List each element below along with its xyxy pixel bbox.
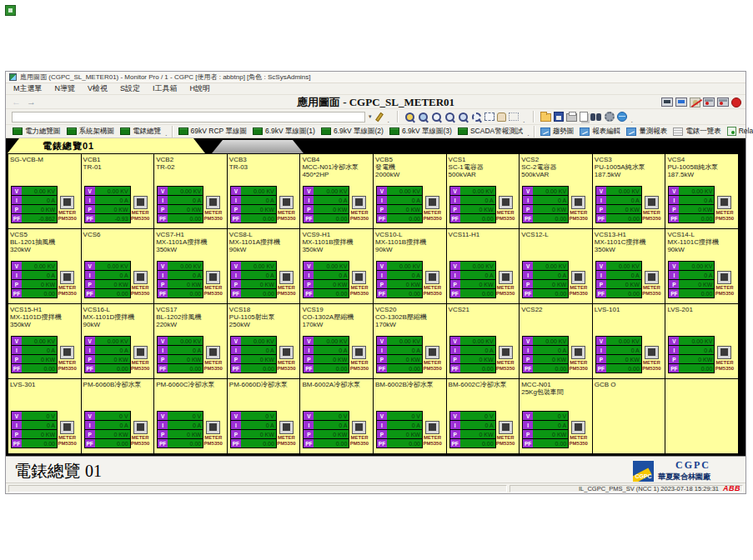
meter-cell[interactable]: BM-6002C冷卻水泵V0 VI0 AP0 KWPF0.00METERPM53…: [447, 379, 520, 453]
back-arrow-icon[interactable]: ←: [12, 96, 21, 108]
binoculars-icon[interactable]: [590, 113, 602, 122]
meter-cell[interactable]: GCB O: [593, 379, 665, 453]
pan-hand-icon[interactable]: [497, 112, 506, 122]
meter-cell[interactable]: LVS-301V0 VI0 AP0 KWPF0.00METERPM5350: [8, 379, 81, 453]
pm5350-meter-icon[interactable]: [206, 196, 220, 209]
pm5350-meter-icon[interactable]: [60, 346, 74, 359]
gear-icon[interactable]: [605, 112, 615, 122]
pm5350-meter-icon[interactable]: [133, 421, 148, 434]
pm5350-meter-icon[interactable]: [279, 271, 294, 284]
zoom-out-icon[interactable]: [418, 112, 429, 122]
print-icon[interactable]: [566, 113, 577, 122]
meter-cell[interactable]: VCS20CO-1302B壓縮機170kWV0.00 KVI0 AP0 KWPF…: [374, 304, 446, 378]
nav-button[interactable]: 電力總覽圖: [10, 126, 64, 137]
pm5350-meter-icon[interactable]: [499, 346, 513, 359]
pm5350-meter-icon[interactable]: [499, 421, 513, 434]
toolbar-overflow-icon[interactable]: .: [631, 118, 634, 122]
pm5350-meter-icon[interactable]: [279, 346, 294, 359]
pen-icon[interactable]: [375, 112, 384, 121]
recorder-icon[interactable]: [703, 98, 715, 107]
pm5350-meter-icon[interactable]: [206, 346, 220, 359]
pm5350-meter-icon[interactable]: [279, 421, 294, 434]
pm5350-meter-icon[interactable]: [352, 421, 366, 434]
zoom-select-icon[interactable]: [404, 112, 415, 122]
meter-cell[interactable]: VCS21V0.00 KVI0 AP0 KWPF0.00METERPM5350: [447, 304, 520, 378]
pm5350-meter-icon[interactable]: [60, 421, 74, 434]
nav-button[interactable]: 6.9kV 單線圖(2): [319, 126, 387, 137]
pm5350-meter-icon[interactable]: [499, 196, 513, 209]
folder-icon[interactable]: [540, 113, 551, 122]
toolbar-overflow-icon[interactable]: .: [523, 118, 525, 122]
marquee-icon[interactable]: [484, 112, 494, 121]
zoom-minus-icon[interactable]: [444, 112, 455, 122]
monitor-blue-icon[interactable]: [675, 98, 687, 107]
menu-item[interactable]: M主選單: [13, 83, 43, 94]
meter-cell[interactable]: VCS18PU-1105射出泵250kWV0.00 KVI0 AP0 KWPF0…: [228, 304, 300, 378]
meter-cell[interactable]: LVS-101V0.00 KVI0 AP0 KWPF0.00METERPM535…: [593, 304, 665, 378]
nav-button[interactable]: 趨勢圖: [538, 126, 578, 137]
meter-cell[interactable]: VCS13-H1MX-1101C攪拌機350kWV0.00 KVI0 AP0 K…: [593, 229, 665, 303]
tab-meter-overview-01[interactable]: 電錶總覽01: [8, 138, 205, 153]
pm5350-meter-icon[interactable]: [425, 421, 439, 434]
meter-cell[interactable]: VCS4PU-1005B純水泵187.5kWV0.00 KVI0 AP0 KWP…: [665, 154, 738, 228]
menu-item[interactable]: I工具箱: [153, 83, 178, 94]
pm5350-meter-icon[interactable]: [206, 271, 220, 284]
pm5350-meter-icon[interactable]: [645, 271, 659, 284]
dotted-select-icon[interactable]: [509, 112, 519, 121]
meter-cell[interactable]: VCS14-LMX-1101C攪拌機90kWV0.00 KVI0 AP0 KWP…: [665, 229, 738, 303]
meter-cell[interactable]: VCB1TR-01V0.00 KVI0 AP0 KWPF-0.93METERPM…: [82, 154, 154, 228]
meter-cell[interactable]: VCS22V0.00 KVI0 AP0 KWPF0.00METERPM5350: [520, 304, 592, 378]
pm5350-meter-icon[interactable]: [645, 346, 659, 359]
meter-cell[interactable]: VCS8-LMX-1101A攪拌機90kWV0.00 KVI0 AP0 KWPF…: [228, 229, 300, 303]
nav-button[interactable]: 電錶一覽表: [670, 126, 725, 137]
pm5350-meter-icon[interactable]: [571, 271, 585, 284]
pm5350-meter-icon[interactable]: [425, 271, 439, 284]
toolbar-overflow-icon[interactable]: .: [527, 131, 530, 136]
meter-cell[interactable]: VCS5BL-1201抽風機320kWV0.00 KVI0 AP0 KWPF0.…: [8, 229, 81, 303]
meter-cell[interactable]: [665, 379, 738, 453]
pm5350-meter-icon[interactable]: [133, 346, 148, 359]
meter-cell[interactable]: VCS3PU-1005A純水泵187.5kWV0.00 KVI0 AP0 KWP…: [593, 154, 665, 228]
meter-cell[interactable]: SG-VCB-MV0.00 KVI0 AP0 KWPF-0.862METERPM…: [8, 154, 81, 228]
meter-cell[interactable]: PM-6060D冷卻水泵V0 VI0 AP0 KWPF0.00METERPM53…: [228, 379, 300, 453]
meter-cell[interactable]: PM-6060C冷卻水泵V0 VI0 AP0 KWPF0.00METERPM53…: [154, 379, 227, 453]
menu-item[interactable]: V檢視: [88, 83, 108, 94]
meter-cell[interactable]: VCS10-LMX-1101B攪拌機90kWV0.00 KVI0 AP0 KWP…: [374, 229, 446, 303]
meter-cell[interactable]: MCC-N0125Kg包裝車間V0 VI0 AP0 KWPF0.00METERP…: [520, 379, 592, 453]
menu-item[interactable]: S設定: [120, 83, 140, 94]
screen-select-combobox[interactable]: [12, 112, 365, 122]
nav-button[interactable]: 6.9kV 單線圖(1): [250, 126, 319, 137]
menu-item[interactable]: H說明: [190, 83, 211, 94]
zoom-window-icon[interactable]: [471, 112, 482, 122]
meter-cell[interactable]: VCS2SC-2電容器500kVARV0.00 KVI0 AP0 KWPF0.0…: [520, 154, 592, 228]
meter-cell[interactable]: VCS1SC-1電容器500kVARV0.00 KVI0 AP0 KWPF0.0…: [447, 154, 520, 228]
mute-icon[interactable]: [690, 98, 700, 108]
nav-button[interactable]: 量測報表: [624, 126, 670, 137]
save-icon[interactable]: [554, 112, 564, 122]
pm5350-meter-icon[interactable]: [352, 196, 366, 209]
pm5350-meter-icon[interactable]: [425, 346, 439, 359]
meter-cell[interactable]: VCS7-H1MX-1101A攪拌機350kWV0.00 KVI0 AP0 KW…: [154, 229, 227, 303]
pm5350-meter-icon[interactable]: [499, 271, 513, 284]
meter-cell[interactable]: BM-6002A冷卻水泵V0 VI0 AP0 KWPF0.00METERPM53…: [300, 379, 373, 453]
meter-cell[interactable]: VCS9-H1MX-1101B攪拌機350kWV0.00 KVI0 AP0 KW…: [300, 229, 373, 303]
pm5350-meter-icon[interactable]: [60, 196, 74, 209]
meter-cell[interactable]: VCS12-LV0.00 KVI0 AP0 KWPF0.00METERPM535…: [520, 229, 592, 303]
meter-cell[interactable]: VCS19CO-1302A壓縮機170kWV0.00 KVI0 AP0 KWPF…: [300, 304, 373, 378]
nav-button[interactable]: Relay智能記錄讀取: [725, 126, 753, 137]
pm5350-meter-icon[interactable]: [571, 346, 585, 359]
pm5350-meter-icon[interactable]: [60, 271, 74, 284]
nav-button[interactable]: SCADA警報測試: [455, 126, 526, 137]
meter-cell[interactable]: VCS17BL-1202排風機220kWV0.00 KVI0 AP0 KWPF0…: [154, 304, 227, 378]
pm5350-meter-icon[interactable]: [717, 271, 731, 284]
meter-cell[interactable]: VCB4MCC-N01冷卻水泵450*2HPV0.00 KVI0 AP0 KWP…: [300, 154, 373, 228]
toolbar-overflow-icon[interactable]: .: [388, 118, 390, 122]
nav-button[interactable]: 系統架構圖: [64, 126, 118, 137]
meter-cell[interactable]: PM-6060B冷卻水泵V0 VI0 AP0 KWPF0.00METERPM53…: [82, 379, 154, 453]
combo-dropdown-icon[interactable]: ▾: [369, 113, 372, 120]
zoom-plus-icon[interactable]: [458, 112, 469, 122]
nav-button[interactable]: 報表編輯: [577, 126, 624, 137]
copy-icon[interactable]: [580, 112, 588, 122]
pm5350-meter-icon[interactable]: [717, 346, 731, 359]
meter-cell[interactable]: VCS15-H1MX-1101D攪拌機350kWV0.00 KVI0 AP0 K…: [8, 304, 81, 378]
